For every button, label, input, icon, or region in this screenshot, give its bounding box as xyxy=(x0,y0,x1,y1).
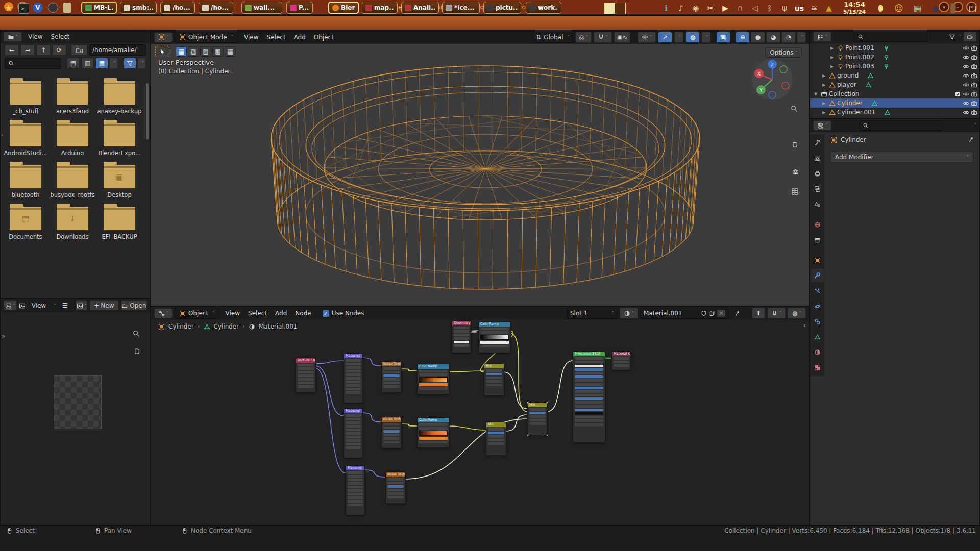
tray-smiley-icon[interactable]: ☺ xyxy=(892,1,905,15)
editor-type-button[interactable]: ˅ xyxy=(4,32,22,42)
shader-node-texture-coordinate[interactable]: Texture Coordinate xyxy=(296,358,316,392)
snap-button[interactable]: ˅ xyxy=(767,308,786,319)
folder-item[interactable]: ↓Downloads xyxy=(51,207,94,240)
camera-visibility-icon[interactable] xyxy=(971,100,977,107)
viewport-pan-hand-icon[interactable] xyxy=(791,140,799,148)
camera-visibility-icon[interactable] xyxy=(971,109,977,116)
eye-visibility-icon[interactable] xyxy=(963,91,969,97)
archive-launcher-icon[interactable] xyxy=(63,3,71,13)
properties-tab-data[interactable] xyxy=(811,330,824,343)
eye-visibility-icon[interactable] xyxy=(963,54,969,61)
unlink-x-button[interactable]: ✕ xyxy=(717,310,725,317)
folder-item[interactable]: acers3fand xyxy=(51,81,94,115)
folder-item[interactable]: Arduino xyxy=(51,123,94,157)
properties-tab-tool[interactable] xyxy=(811,136,824,149)
expand-arrow-icon[interactable]: ▶ xyxy=(830,55,836,60)
image-thumbnail-grid[interactable] xyxy=(54,375,102,429)
clock[interactable]: 14:54 5/13/24 xyxy=(840,1,869,15)
shader-node-geometry[interactable]: Geometry xyxy=(452,320,471,353)
folder-item[interactable]: AndroidStudi... xyxy=(4,123,47,157)
outliner-row-point.001[interactable]: ▶Point.001 xyxy=(810,43,979,53)
filter-dropdown[interactable]: ˅ xyxy=(138,58,146,69)
properties-search-input[interactable] xyxy=(859,120,943,131)
node-canvas[interactable]: Texture CoordinateMappingMappingMappingN… xyxy=(151,320,810,526)
select-mode-extend[interactable]: ▧ xyxy=(188,46,199,57)
menu-item-view[interactable]: View xyxy=(24,32,46,41)
editor-type-button[interactable]: ˅ xyxy=(813,120,831,131)
tray-calculator-icon[interactable]: ▦ xyxy=(911,1,924,15)
shader-node-noise-texture[interactable]: Noise Texture xyxy=(381,361,402,393)
create-folder-button[interactable] xyxy=(71,44,87,56)
material-name-field[interactable]: Material.001 ✕ xyxy=(640,308,729,319)
menu-item-add[interactable]: Add xyxy=(271,309,291,318)
hamburger-icon[interactable]: ☰ xyxy=(62,302,68,309)
region-toggle-arrow[interactable]: ‹ xyxy=(803,322,806,329)
use-nodes-checkbox[interactable]: ✓ Use Nodes xyxy=(323,310,364,317)
outliner-search-input[interactable] xyxy=(854,32,927,42)
shield-icon[interactable] xyxy=(701,310,707,316)
properties-tab-output[interactable] xyxy=(811,167,824,180)
select-mode-subtract[interactable]: ▨ xyxy=(200,46,211,57)
tray-speaker-icon[interactable]: ◁ xyxy=(748,1,762,15)
view-menu[interactable]: View xyxy=(28,301,50,310)
properties-tab-particles[interactable] xyxy=(811,284,824,297)
outliner-row-player[interactable]: ▶player xyxy=(810,80,979,89)
task-button[interactable]: Blen... xyxy=(328,2,359,14)
search-input[interactable] xyxy=(5,58,61,69)
eye-visibility-icon[interactable] xyxy=(963,100,969,107)
properties-tab-view-layer[interactable] xyxy=(811,182,824,195)
filter-button[interactable] xyxy=(124,58,136,69)
properties-tab-render[interactable] xyxy=(811,152,824,165)
select-mode-new[interactable]: ▦ xyxy=(176,46,187,57)
task-button[interactable]: wall... xyxy=(241,2,282,14)
properties-tab-scene[interactable] xyxy=(811,197,824,211)
camera-visibility-icon[interactable] xyxy=(971,91,977,97)
task-button[interactable]: map... xyxy=(362,2,398,14)
shader-node-colorramp[interactable]: ColorRamp xyxy=(417,364,450,394)
shader-type-selector[interactable]: Object˅ xyxy=(175,308,219,319)
shader-node-noise-texture[interactable]: Noise Texture xyxy=(385,472,406,504)
outliner-row-cylinder[interactable]: ▶Cylinder xyxy=(810,98,979,108)
checkbox-icon[interactable] xyxy=(954,91,961,97)
task-button[interactable]: smb:... xyxy=(120,2,157,14)
viewport-zoom-icon[interactable] xyxy=(790,105,798,112)
expand-arrow-icon[interactable]: ▶ xyxy=(830,46,836,51)
properties-tab-physics[interactable] xyxy=(811,299,824,313)
properties-tab-modifiers[interactable] xyxy=(811,269,824,282)
task-button[interactable]: MB-L... xyxy=(81,2,117,14)
camera-visibility-icon[interactable] xyxy=(971,63,977,70)
expand-arrow-icon[interactable]: ▶ xyxy=(822,110,827,115)
shader-node-mix[interactable]: Mix xyxy=(527,402,548,436)
folder-item[interactable]: ▣Desktop xyxy=(97,165,141,198)
active-tool-select-box[interactable] xyxy=(155,46,169,57)
menu-item-view[interactable]: View xyxy=(222,309,244,318)
task-button[interactable]: Anali... xyxy=(401,2,439,14)
shader-node-principled-bsdf[interactable]: Principled BSDF xyxy=(573,351,605,443)
workspace-pager[interactable] xyxy=(604,3,626,14)
menu-item-node[interactable]: Node xyxy=(291,309,315,318)
copy-icon[interactable] xyxy=(709,310,715,316)
task-button[interactable]: *ice... xyxy=(442,2,480,14)
camera-visibility-icon[interactable] xyxy=(971,45,977,52)
outliner-row-collection[interactable]: ▼Collection xyxy=(810,89,979,98)
back-button[interactable]: ← xyxy=(5,44,19,56)
terminal-launcher-icon[interactable]: >_ xyxy=(18,3,29,14)
tray-dictionary-icon[interactable]: ▊ xyxy=(947,1,961,15)
outliner-row-point.002[interactable]: ▶Point.002 xyxy=(810,53,979,62)
folder-item[interactable]: _cb_stuff xyxy=(4,81,47,115)
outliner-row-cylinder.001[interactable]: ▶Cylinder.001 xyxy=(810,108,979,117)
path-field[interactable]: /home/amalie/ xyxy=(89,44,146,56)
outliner-row-point.003[interactable]: ▶Point.003 xyxy=(810,62,979,71)
shader-node-mapping[interactable]: Mapping xyxy=(344,353,363,403)
expand-arrow-icon[interactable]: ▶ xyxy=(822,101,827,106)
eye-visibility-icon[interactable] xyxy=(963,72,969,79)
shader-node-material-output[interactable]: Material Output xyxy=(611,351,631,370)
collapse-arrow-icon[interactable]: ▼ xyxy=(814,92,819,96)
task-button[interactable]: work... xyxy=(526,2,561,14)
tray-egg-icon[interactable]: ⬮ xyxy=(874,1,887,15)
open-image-button[interactable]: 🗀 Open xyxy=(121,300,147,311)
tray-wifi-icon[interactable]: ≋ xyxy=(807,1,821,15)
shader-node-mapping[interactable]: Mapping xyxy=(346,465,365,515)
display-thumbnails-button[interactable]: ▦ xyxy=(95,58,108,69)
properties-tab-world[interactable] xyxy=(811,218,824,231)
